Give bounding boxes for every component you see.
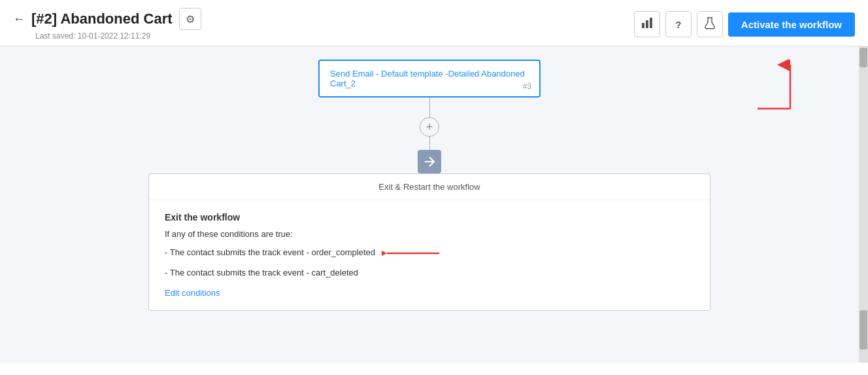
flask-button[interactable]: [697, 11, 723, 37]
chart-button[interactable]: [634, 11, 660, 37]
canvas-inner: Send Email - Default template -Detailed …: [0, 60, 859, 311]
svg-rect-0: [642, 23, 644, 28]
plus-icon: +: [426, 120, 433, 134]
back-button[interactable]: ←: [13, 12, 25, 26]
condition-row-1: - The contact submits the track event - …: [165, 247, 694, 262]
chart-icon: [641, 16, 654, 33]
scrollbar-track[interactable]: [859, 46, 868, 363]
gear-button[interactable]: ⚙: [179, 8, 201, 30]
header-left: ← [#2] Abandoned Cart ⚙ Last saved: 10-0…: [13, 8, 201, 41]
last-saved-label: Last saved: 10-01-2022 12:11:29: [35, 31, 201, 41]
help-button[interactable]: ?: [665, 11, 692, 37]
exit-icon-box[interactable]: [418, 150, 441, 173]
scrollbar-thumb-bottom[interactable]: [860, 310, 867, 349]
page-title: [#2] Abandoned Cart: [31, 10, 173, 27]
red-arrow-condition-icon: [382, 247, 441, 262]
exit-restart-box: Exit & Restart the workflow Exit the wor…: [148, 173, 710, 311]
activate-workflow-button[interactable]: Activate the workflow: [728, 12, 855, 37]
gear-icon: ⚙: [186, 13, 195, 26]
help-icon: ?: [675, 19, 681, 30]
svg-rect-1: [646, 20, 648, 28]
exit-subtitle: If any of these conditions are true:: [165, 229, 694, 239]
send-email-label: Send Email: [330, 69, 373, 79]
send-email-node[interactable]: Send Email - Default template -Detailed …: [318, 60, 541, 98]
svg-rect-2: [650, 18, 652, 28]
exit-condition-2: - The contact submits the track event - …: [165, 268, 694, 277]
add-step-button[interactable]: +: [420, 117, 439, 137]
exit-title: Exit the workflow: [165, 212, 694, 223]
connector-line-1: [429, 98, 430, 117]
edit-conditions-link[interactable]: Edit conditions: [165, 288, 220, 298]
header: ← [#2] Abandoned Cart ⚙ Last saved: 10-0…: [0, 0, 868, 46]
flask-icon: [704, 16, 716, 33]
header-right: ? Activate the workflow: [634, 11, 855, 37]
node-id: #3: [523, 82, 531, 91]
connector-line-2: [429, 137, 430, 150]
scrollbar-thumb-top[interactable]: [860, 48, 867, 67]
exit-restart-body: Exit the workflow If any of these condit…: [149, 200, 710, 310]
exit-condition-1: - The contact submits the track event - …: [165, 247, 375, 257]
send-email-title: Send Email - Default template -Detailed …: [330, 69, 529, 88]
canvas-wrapper: Send Email - Default template -Detailed …: [0, 46, 868, 363]
canvas: Send Email - Default template -Detailed …: [0, 46, 859, 363]
header-title-row: ← [#2] Abandoned Cart ⚙: [13, 8, 201, 30]
exit-restart-header: Exit & Restart the workflow: [149, 174, 710, 200]
